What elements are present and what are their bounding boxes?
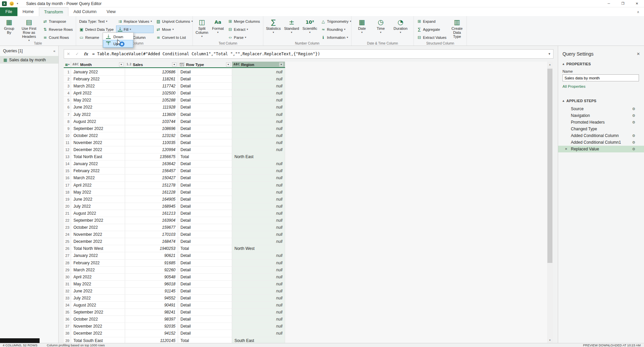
cell-region[interactable]: null (232, 267, 285, 274)
cell-region[interactable]: null (232, 224, 285, 231)
scientific-button[interactable]: 10² Scientific ▾ (302, 17, 318, 41)
restore-button[interactable]: ❐ (616, 0, 630, 7)
collapse-pane-icon[interactable]: « (53, 49, 55, 53)
collapse-section-icon[interactable]: ▲ (562, 99, 565, 102)
use-first-row-as-headers-button[interactable]: ▤ Use First Row as Headers ▾ (18, 17, 40, 41)
collapse-ribbon-icon[interactable]: ∧ (637, 10, 639, 14)
cell-row-type[interactable]: Detail (178, 309, 232, 316)
cell-region[interactable]: null (232, 76, 285, 83)
cell-month[interactable]: December 2022 (71, 146, 125, 153)
expand-formula-bar-icon[interactable]: ▼ (546, 52, 553, 56)
cell-row-type[interactable]: Detail (178, 182, 232, 189)
cell-region[interactable]: null (232, 302, 285, 309)
transpose-button[interactable]: ⇄Transpose (41, 18, 74, 25)
unpivot-columns-button[interactable]: ▧Unpivot Columns▾ (155, 18, 194, 25)
applied-step[interactable]: Navigation⚙ (558, 112, 644, 119)
cell-region[interactable]: null (232, 330, 285, 337)
cell-region[interactable]: null (232, 175, 285, 182)
cell-region[interactable]: null (232, 295, 285, 302)
cell-month[interactable]: May 2022 (71, 281, 125, 288)
fill-button[interactable]: ↓Fill▾ (116, 26, 153, 33)
cell-region[interactable]: null (232, 167, 285, 175)
cell-region[interactable]: null (232, 118, 285, 125)
parse-button[interactable]: ‹›Parse▾ (226, 34, 261, 41)
minimize-button[interactable]: ─ (602, 0, 616, 7)
cell-sales[interactable]: 1356675 (125, 153, 178, 160)
cell-month[interactable]: November 2022 (71, 139, 125, 146)
cell-month[interactable]: March 2022 (71, 175, 125, 182)
cell-sales[interactable]: 118261 (125, 76, 178, 83)
applied-step[interactable]: ✕Replaced Value⚙ (558, 146, 644, 152)
cell-month[interactable]: April 2022 (71, 274, 125, 281)
cell-region[interactable]: null (232, 203, 285, 210)
cell-region[interactable]: null (232, 111, 285, 118)
cell-month[interactable]: December 2022 (71, 330, 125, 337)
cell-region[interactable]: null (232, 309, 285, 316)
cell-sales[interactable]: 96018 (125, 281, 178, 288)
cell-month[interactable]: September 2022 (71, 125, 125, 132)
cell-region[interactable]: null (232, 132, 285, 139)
cell-month[interactable]: August 2022 (71, 210, 125, 217)
cell-row-type[interactable]: Detail (178, 267, 232, 274)
cell-sales[interactable]: 1940253 (125, 245, 178, 252)
cell-region[interactable]: North East (232, 153, 285, 160)
delete-step-icon[interactable]: ✕ (565, 147, 568, 151)
cell-row-type[interactable]: Detail (178, 139, 232, 146)
cell-region[interactable]: null (232, 69, 285, 76)
profiling-status[interactable]: Column profiling based on top 1000 rows (47, 343, 105, 347)
smiley-feedback-icon[interactable] (9, 1, 14, 6)
filter-dropdown-icon[interactable]: ▼ (226, 62, 230, 67)
move-button[interactable]: ⇄Move▾ (155, 26, 194, 33)
cell-row-type[interactable]: Detail (178, 167, 232, 175)
tab-home[interactable]: Home (17, 7, 39, 16)
count-rows-button[interactable]: ≡Count Rows (41, 34, 74, 41)
filter-dropdown-icon[interactable]: ▼ (279, 62, 283, 67)
cell-month[interactable]: January 2022 (71, 160, 125, 167)
cell-region[interactable]: null (232, 83, 285, 90)
cell-row-type[interactable]: Detail (178, 97, 232, 104)
commit-formula-icon[interactable]: ✓ (73, 52, 82, 56)
column-header-row-type[interactable]: ABC123 Row Type ▼ (178, 62, 232, 67)
data-type-button[interactable]: Data Type: Text▾ (78, 18, 115, 25)
cell-row-type[interactable]: Detail (178, 175, 232, 182)
gear-icon[interactable]: ⚙ (632, 114, 635, 118)
cell-sales[interactable]: 156457 (125, 167, 178, 175)
cell-sales[interactable]: 151278 (125, 182, 178, 189)
tab-add-column[interactable]: Add Column (68, 7, 102, 16)
filter-dropdown-icon[interactable]: ▼ (172, 62, 176, 67)
cell-row-type[interactable]: Detail (178, 231, 232, 238)
cell-sales[interactable]: 108696 (125, 125, 178, 132)
vertical-scrollbar[interactable]: ▲ ▼ (547, 62, 553, 343)
statistics-button[interactable]: ∑ Statistics ▾ (265, 17, 282, 41)
time-button[interactable]: ◷ Time ▾ (372, 17, 389, 41)
cell-month[interactable]: Total North East (71, 153, 125, 160)
cell-month[interactable]: June 2022 (71, 288, 125, 295)
cell-sales[interactable]: 92260 (125, 267, 178, 274)
cell-sales[interactable]: 94152 (125, 330, 178, 337)
cell-sales[interactable]: 120686 (125, 69, 178, 76)
cell-row-type[interactable]: Detail (178, 189, 232, 196)
cell-month[interactable]: May 2022 (71, 189, 125, 196)
cell-region[interactable]: null (232, 104, 285, 111)
cell-month[interactable]: April 2022 (71, 90, 125, 97)
cell-row-type[interactable]: Detail (178, 238, 232, 245)
cell-month[interactable]: July 2022 (71, 295, 125, 302)
cell-month[interactable]: August 2022 (71, 302, 125, 309)
cell-month[interactable]: June 2022 (71, 104, 125, 111)
cell-month[interactable]: September 2022 (71, 217, 125, 224)
tab-transform[interactable]: Transform (39, 7, 69, 16)
applied-step[interactable]: Promoted Headers⚙ (558, 119, 644, 126)
cell-month[interactable]: January 2022 (71, 69, 125, 76)
cell-sales[interactable]: 120994 (125, 146, 178, 153)
cell-sales[interactable]: 161213 (125, 210, 178, 217)
cell-month[interactable]: May 2022 (71, 97, 125, 104)
cell-row-type[interactable]: Detail (178, 203, 232, 210)
cell-sales[interactable]: 117742 (125, 83, 178, 90)
gear-icon[interactable]: ⚙ (632, 120, 635, 125)
cell-row-type[interactable]: Total (178, 153, 232, 160)
cell-sales[interactable]: 170103 (125, 231, 178, 238)
cell-month[interactable]: September 2022 (71, 309, 125, 316)
cell-month[interactable]: Total North West (71, 245, 125, 252)
cell-row-type[interactable]: Detail (178, 196, 232, 203)
cell-sales[interactable]: 94552 (125, 295, 178, 302)
